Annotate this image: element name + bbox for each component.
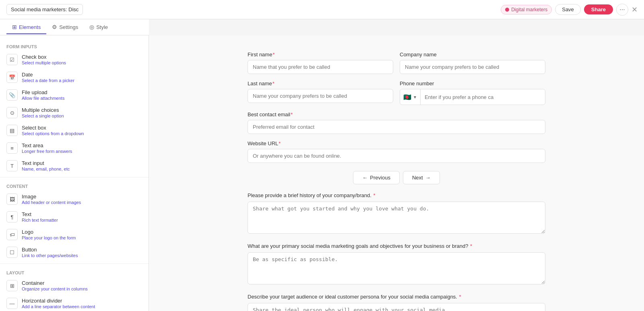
next-arrow-icon: → <box>425 175 431 181</box>
main-layout: Form inputs ☑ Check box Select multiple … <box>0 35 644 311</box>
tab-settings[interactable]: ⚙ Settings <box>46 21 84 34</box>
multiple-choices-icon: ⊙ <box>6 107 18 118</box>
topbar-left <box>6 4 83 15</box>
image-icon: 🖼 <box>6 194 18 205</box>
sidebar-item-text-input[interactable]: T Text input Name, email, phone, etc <box>0 157 149 175</box>
tab-style[interactable]: ◎ Style <box>84 21 114 34</box>
question-3-textarea[interactable] <box>248 303 545 311</box>
logo-icon: 🏷 <box>6 229 18 240</box>
sidebar-item-date[interactable]: 📅 Date Select a date from a picker <box>0 68 149 86</box>
container-desc: Organize your content in columns <box>22 286 88 291</box>
sidebar-item-image[interactable]: 🖼 Image Add header or content images <box>0 190 149 208</box>
tab-elements-label: Elements <box>19 24 41 30</box>
first-name-label: First name* <box>248 51 393 58</box>
phone-flag-emoji: 🇧🇩 <box>403 93 411 101</box>
last-name-label: Last name* <box>248 80 393 87</box>
multiple-choices-desc: Select a single option <box>22 113 64 118</box>
sidebar-item-multiple-choices[interactable]: ⊙ Multiple choices Select a single optio… <box>0 104 149 122</box>
logo-desc: Place your logo on the form <box>22 235 76 240</box>
sidebar-item-select-box[interactable]: ▤ Select box Select options from a dropd… <box>0 122 149 139</box>
email-label: Best contact email* <box>248 111 545 117</box>
date-icon: 📅 <box>6 72 18 83</box>
website-group: Website URL* <box>248 140 545 163</box>
section-form-inputs-label: Form inputs <box>0 40 149 51</box>
phone-number-input[interactable] <box>421 91 545 104</box>
section-content-label: Content <box>0 180 149 190</box>
sidebar: Form inputs ☑ Check box Select multiple … <box>0 35 149 311</box>
sidebar-item-checkbox[interactable]: ☑ Check box Select multiple options <box>0 51 149 68</box>
row-name: First name* Company name <box>248 51 545 74</box>
text-content-title: Text <box>22 211 58 217</box>
topbar: Digital marketers Save Share ··· ✕ <box>0 0 644 19</box>
file-upload-icon: 📎 <box>6 89 18 101</box>
prev-arrow-icon: ← <box>362 175 367 181</box>
button-desc: Link to other pages/websites <box>22 253 78 258</box>
settings-icon: ⚙ <box>52 24 57 30</box>
button-icon: ☐ <box>6 247 18 258</box>
horizontal-divider-title: Horizontal divider <box>22 298 95 304</box>
first-name-input[interactable] <box>248 60 393 74</box>
text-input-title: Text input <box>22 160 70 166</box>
button-title: Button <box>22 247 78 253</box>
tab-bar: ⊞ Elements ⚙ Settings ◎ Style <box>0 19 149 35</box>
section-layout-label: Layout <box>0 266 149 277</box>
sidebar-item-horizontal-divider[interactable]: — Horizontal divider Add a line separato… <box>0 295 149 311</box>
phone-input-wrapper: 🇧🇩 ▼ <box>400 89 545 105</box>
digital-marketers-badge: Digital marketers <box>501 5 552 14</box>
company-name-label: Company name <box>400 51 545 58</box>
email-input[interactable] <box>248 120 545 134</box>
tab-settings-label: Settings <box>59 24 78 30</box>
company-name-input[interactable] <box>400 60 545 74</box>
save-button[interactable]: Save <box>555 4 581 15</box>
tab-style-label: Style <box>96 24 108 30</box>
phone-flag-selector[interactable]: 🇧🇩 ▼ <box>400 89 421 105</box>
horizontal-divider-icon: — <box>6 298 18 309</box>
sidebar-item-container[interactable]: ⊞ Container Organize your content in col… <box>0 277 149 295</box>
text-input-desc: Name, email, phone, etc <box>22 167 70 171</box>
question-2-textarea[interactable] <box>248 252 545 284</box>
last-name-input[interactable] <box>248 89 393 103</box>
more-options-button[interactable]: ··· <box>616 4 628 16</box>
sidebar-item-file-upload[interactable]: 📎 File upload Allow file attachments <box>0 86 149 104</box>
question-1-textarea[interactable] <box>248 202 545 234</box>
company-name-group: Company name <box>400 51 545 74</box>
email-group: Best contact email* <box>248 111 545 134</box>
file-upload-desc: Allow file attachments <box>22 96 64 101</box>
select-box-icon: ▤ <box>6 125 18 136</box>
file-upload-title: File upload <box>22 89 64 95</box>
question-3-section: Describe your target audience or ideal c… <box>248 294 545 311</box>
checkbox-icon: ☑ <box>6 54 18 65</box>
question-2-label: What are your primary social media marke… <box>248 243 545 249</box>
previous-button[interactable]: ← Previous <box>353 171 400 184</box>
close-button[interactable]: ✕ <box>632 5 638 14</box>
next-button[interactable]: Next → <box>403 171 440 184</box>
question-3-label: Describe your target audience or ideal c… <box>248 294 545 300</box>
text-content-desc: Rich text formatter <box>22 218 58 222</box>
elements-icon: ⊞ <box>12 24 17 30</box>
phone-flag-arrow-icon: ▼ <box>413 95 417 99</box>
last-name-group: Last name* <box>248 80 393 105</box>
sidebar-item-button[interactable]: ☐ Button Link to other pages/websites <box>0 243 149 261</box>
container-title: Container <box>22 280 88 286</box>
image-title: Image <box>22 194 81 200</box>
doc-title-input[interactable] <box>6 4 83 15</box>
previous-label: Previous <box>370 175 390 181</box>
text-area-icon: ≡ <box>6 142 18 154</box>
select-box-desc: Select options from a dropdown <box>22 131 84 136</box>
horizontal-divider-desc: Add a line separator between content <box>22 304 95 309</box>
question-1-label: Please provide a brief history of your c… <box>248 192 545 198</box>
nav-buttons: ← Previous Next → <box>248 171 545 184</box>
sidebar-item-logo[interactable]: 🏷 Logo Place your logo on the form <box>0 226 149 243</box>
form-container: First name* Company name Last name* <box>248 51 545 311</box>
share-button[interactable]: Share <box>584 4 613 14</box>
divider-2 <box>0 264 149 264</box>
question-1-section: Please provide a brief history of your c… <box>248 192 545 235</box>
website-url-input[interactable] <box>248 149 545 163</box>
sidebar-item-text-content[interactable]: ¶ Text Rich text formatter <box>0 208 149 226</box>
text-input-icon: T <box>6 160 18 171</box>
sidebar-item-text-area[interactable]: ≡ Text area Longer free form answers <box>0 139 149 157</box>
phone-number-label: Phone number <box>400 80 545 87</box>
tab-elements[interactable]: ⊞ Elements <box>6 21 46 34</box>
text-area-title: Text area <box>22 142 72 148</box>
phone-number-group: Phone number 🇧🇩 ▼ <box>400 80 545 105</box>
